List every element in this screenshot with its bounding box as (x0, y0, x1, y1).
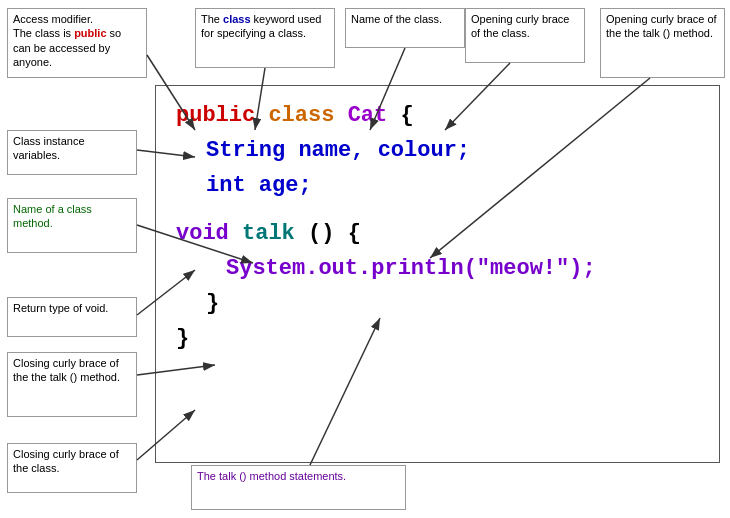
class-method-name-text: Name of a class method. (13, 203, 92, 229)
opening-curly-class-box: Opening curly brace of the class. (465, 8, 585, 63)
closing-curly-class-text: Closing curly brace of the class. (13, 448, 119, 474)
method-parens: () (308, 221, 348, 246)
access-modifier-box: Access modifier. The class is public so … (7, 8, 147, 78)
closing-brace-class: } (176, 326, 189, 351)
talk-method-statements-text: The talk () method statements. (197, 470, 346, 482)
class-keyword-box: The class keyword used for specifying a … (195, 8, 335, 68)
closing-brace-method: } (206, 291, 219, 316)
code-line-1: public class Cat { (176, 101, 699, 132)
keyword-string: String (206, 138, 298, 163)
code-line-5: System.out.println("meow!"); (176, 254, 699, 285)
closing-curly-class-box: Closing curly brace of the class. (7, 443, 137, 493)
method-name-talk: talk (242, 221, 295, 246)
closing-curly-method-box: Closing curly brace of the the talk () m… (7, 352, 137, 417)
opening-brace-class: { (400, 103, 413, 128)
class-name-text: Name of the class. (351, 13, 442, 25)
access-modifier-detail: The class is public so can be accessed b… (13, 27, 121, 68)
var-age: age; (259, 173, 312, 198)
code-line-3: int age; (176, 171, 699, 202)
return-type-text: Return type of void. (13, 302, 108, 314)
keyword-void: void (176, 221, 242, 246)
opening-curly-method-text: Opening curly brace of the the talk () m… (606, 13, 717, 39)
code-line-6: } (176, 289, 699, 320)
code-area: public class Cat { String name, colour; … (155, 85, 720, 463)
class-name-cat: Cat (348, 103, 388, 128)
talk-method-statements-box: The talk () method statements. (191, 465, 406, 510)
class-name-box: Name of the class. (345, 8, 465, 48)
keyword-class: class (268, 103, 347, 128)
system-out-println: System.out.println("meow!"); (226, 256, 596, 281)
code-line-4: void talk () { (176, 219, 699, 250)
class-instance-vars-box: Class instance variables. (7, 130, 137, 175)
class-keyword-text: The class keyword used for specifying a … (201, 13, 321, 39)
return-type-box: Return type of void. (7, 297, 137, 337)
opening-curly-method-box: Opening curly brace of the the talk () m… (600, 8, 725, 78)
access-modifier-label: Access modifier. (13, 13, 93, 25)
code-line-7: } (176, 324, 699, 355)
opening-curly-class-text: Opening curly brace of the class. (471, 13, 569, 39)
opening-brace-method: { (348, 221, 361, 246)
class-method-name-box: Name of a class method. (7, 198, 137, 253)
code-line-2: String name, colour; (176, 136, 699, 167)
keyword-public: public (176, 103, 255, 128)
vars-name-colour: name, colour; (298, 138, 470, 163)
closing-curly-method-text: Closing curly brace of the the talk () m… (13, 357, 120, 383)
class-instance-vars-text: Class instance variables. (13, 135, 85, 161)
keyword-int: int (206, 173, 259, 198)
